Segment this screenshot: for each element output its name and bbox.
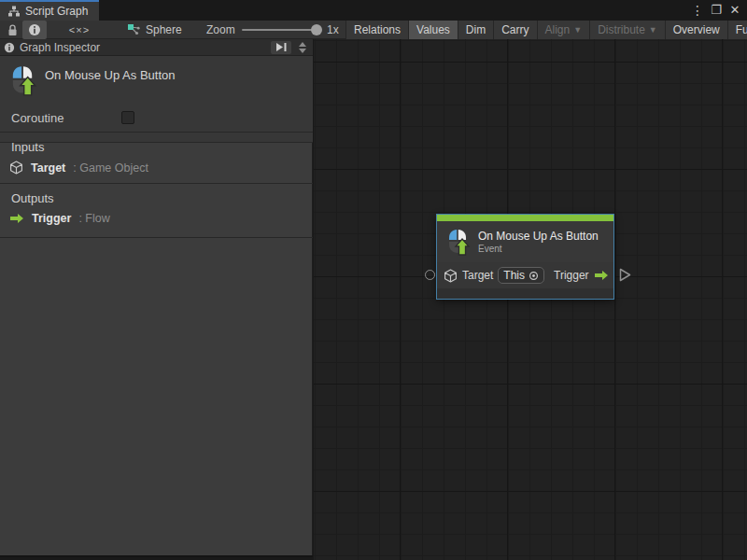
target-value: This bbox=[503, 269, 525, 282]
tab-label: Script Graph bbox=[25, 5, 88, 18]
game-object-cube-icon bbox=[444, 269, 458, 283]
align-label: Align bbox=[545, 23, 571, 36]
graph-owner-icon bbox=[127, 23, 140, 36]
graph-inspector-header: Graph Inspector bbox=[0, 39, 313, 56]
spinner-down-icon[interactable] bbox=[299, 49, 306, 53]
coroutine-row: Coroutine bbox=[0, 104, 313, 133]
values-button[interactable]: Values bbox=[408, 21, 458, 39]
graph-context-breadcrumb[interactable]: Sphere bbox=[127, 21, 182, 39]
inspected-node-title: On Mouse Up As Button bbox=[45, 68, 175, 82]
chevron-down-icon: ▼ bbox=[573, 25, 582, 35]
lock-icon bbox=[7, 23, 19, 36]
node-event-colorbar bbox=[437, 215, 613, 221]
input-port-type: : Game Object bbox=[73, 161, 148, 175]
flow-arrow-icon bbox=[9, 213, 24, 224]
code-view-button[interactable]: <×> bbox=[58, 21, 101, 39]
tab-script-graph[interactable]: Script Graph bbox=[0, 0, 99, 21]
chevron-down-icon: ▼ bbox=[649, 25, 657, 35]
input-port-name: Target bbox=[31, 161, 65, 175]
coroutine-label: Coroutine bbox=[11, 111, 63, 125]
values-label: Values bbox=[416, 23, 450, 36]
dim-label: Dim bbox=[466, 23, 486, 36]
window-menu-icon[interactable]: ⋮ bbox=[691, 0, 704, 21]
outputs-heading: Outputs bbox=[11, 191, 54, 205]
tab-bar: Script Graph ⋮ ❐ ✕ bbox=[0, 0, 747, 21]
carry-button[interactable]: Carry bbox=[493, 21, 536, 39]
full-screen-label: Full Screen bbox=[736, 23, 747, 36]
graph-inspector-panel: Graph Inspector bbox=[0, 39, 313, 555]
align-button[interactable]: Align ▼ bbox=[537, 21, 590, 39]
input-port-handle[interactable] bbox=[425, 270, 435, 280]
info-icon bbox=[4, 42, 15, 53]
distribute-label: Distribute bbox=[598, 23, 645, 36]
zoom-value: 1x bbox=[327, 21, 339, 39]
node-trigger-label: Trigger bbox=[554, 269, 589, 282]
graph-hierarchy-icon bbox=[7, 5, 21, 18]
graph-owner-label: Sphere bbox=[146, 23, 182, 36]
full-screen-button[interactable]: Full Screen bbox=[727, 21, 747, 39]
node-title: On Mouse Up As Button bbox=[478, 230, 599, 243]
inspector-toggle-button[interactable] bbox=[22, 21, 47, 39]
inputs-section: Inputs Target : Game Object bbox=[0, 133, 313, 184]
panel-scrub-spinner[interactable] bbox=[296, 39, 309, 56]
node-port-row: Target This Trigger bbox=[437, 262, 613, 288]
overview-button[interactable]: Overview bbox=[665, 21, 727, 39]
close-icon[interactable]: ✕ bbox=[728, 0, 741, 21]
zoom-slider[interactable] bbox=[239, 21, 323, 39]
code-icon: <×> bbox=[69, 24, 90, 35]
output-port-definition: Trigger : Flow bbox=[9, 212, 110, 225]
lock-button[interactable] bbox=[2, 21, 22, 39]
graph-toolbar: <×> Sphere Zoom 1x Relations bbox=[0, 21, 747, 39]
output-port-type: : Flow bbox=[78, 212, 109, 225]
distribute-button[interactable]: Distribute ▼ bbox=[589, 21, 665, 39]
zoom-slider-track[interactable] bbox=[242, 29, 320, 31]
object-picker-icon[interactable] bbox=[529, 271, 539, 281]
graph-inspector-title: Graph Inspector bbox=[20, 41, 100, 54]
node-target-label: Target bbox=[462, 269, 493, 282]
node-header[interactable]: On Mouse Up As Button Event bbox=[437, 221, 613, 262]
zoom-label: Zoom bbox=[206, 21, 235, 39]
carry-label: Carry bbox=[501, 23, 529, 36]
event-node-on-mouse-up-as-button[interactable]: On Mouse Up As Button Event Target This bbox=[436, 214, 614, 300]
graph-canvas[interactable]: On Mouse Up As Button Event Target This bbox=[314, 39, 747, 560]
dock-icon bbox=[275, 42, 288, 52]
target-value-chip[interactable]: This bbox=[498, 267, 544, 284]
relations-label: Relations bbox=[354, 23, 401, 36]
overview-label: Overview bbox=[673, 23, 720, 36]
flow-arrow-icon bbox=[594, 270, 609, 281]
node-subtitle: Event bbox=[478, 244, 599, 254]
mouse-up-icon bbox=[7, 64, 37, 96]
game-object-cube-icon bbox=[9, 161, 23, 175]
inputs-heading: Inputs bbox=[11, 140, 44, 154]
maximize-icon[interactable]: ❐ bbox=[710, 0, 723, 21]
node-footer bbox=[437, 288, 613, 299]
mouse-up-icon bbox=[444, 228, 471, 256]
zoom-slider-handle[interactable] bbox=[311, 24, 322, 35]
input-port-definition: Target : Game Object bbox=[9, 161, 148, 175]
output-port-handle[interactable] bbox=[619, 268, 631, 282]
outputs-section: Outputs Trigger : Flow bbox=[0, 184, 313, 238]
info-icon bbox=[28, 23, 41, 36]
dim-button[interactable]: Dim bbox=[458, 21, 493, 39]
window-controls: ⋮ ❐ ✕ bbox=[691, 0, 747, 21]
dock-panel-button[interactable] bbox=[271, 41, 291, 54]
relations-button[interactable]: Relations bbox=[345, 21, 408, 39]
toolbar-toggle-group: Relations Values Dim Carry Align ▼ Distr… bbox=[345, 21, 747, 39]
output-port-name: Trigger bbox=[32, 212, 71, 225]
spinner-up-icon[interactable] bbox=[299, 42, 306, 47]
unity-script-graph-window: Script Graph ⋮ ❐ ✕ bbox=[0, 0, 747, 560]
coroutine-checkbox[interactable] bbox=[121, 111, 134, 124]
